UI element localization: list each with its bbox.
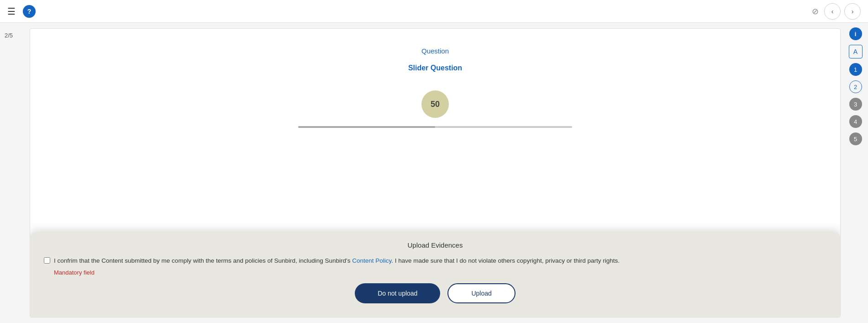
prev-button[interactable]: ‹ bbox=[824, 3, 841, 20]
sidebar-item-1[interactable]: 1 bbox=[849, 63, 862, 76]
right-sidebar: i A 1 2 3 4 5 bbox=[843, 23, 868, 323]
content-panel: Question Slider Question 50 + Files Uplo… bbox=[30, 28, 841, 318]
question-label: Question bbox=[39, 47, 831, 55]
upload-button[interactable]: Upload bbox=[447, 283, 515, 303]
question-section: Question Slider Question 50 bbox=[30, 29, 840, 151]
question-progress: 2/5 bbox=[5, 32, 13, 39]
do-not-upload-button[interactable]: Do not upload bbox=[355, 283, 440, 303]
toolbar-right: ⊘ ‹ › bbox=[810, 3, 861, 20]
sidebar-item-2[interactable]: 2 bbox=[849, 80, 862, 93]
toolbar-left: ☰ ? bbox=[7, 5, 36, 18]
slider-container: 50 bbox=[39, 90, 831, 128]
consent-policy-link[interactable]: Content Policy bbox=[352, 257, 391, 264]
sidebar-item-a[interactable]: A bbox=[849, 45, 863, 58]
hamburger-icon[interactable]: ☰ bbox=[7, 6, 16, 17]
slider-track-fill bbox=[298, 126, 435, 128]
consent-text-before: I confrim that the Content submitted by … bbox=[54, 257, 352, 264]
sidebar-item-3[interactable]: 3 bbox=[849, 98, 862, 111]
slider-question-label: Slider Question bbox=[39, 64, 831, 72]
next-button[interactable]: › bbox=[844, 3, 861, 20]
dialog-buttons: Do not upload Upload bbox=[44, 283, 826, 303]
sidebar-item-4[interactable]: 4 bbox=[849, 115, 862, 128]
consent-row: I confrim that the Content submitted by … bbox=[44, 256, 826, 265]
main-area: 2/5 Question Slider Question 50 + Files … bbox=[0, 23, 868, 323]
mandatory-field-text: Mandatory field bbox=[54, 269, 826, 276]
consent-checkbox[interactable] bbox=[44, 257, 50, 264]
upload-dialog: Upload Evidences I confrim that the Cont… bbox=[30, 232, 840, 317]
consent-text: I confrim that the Content submitted by … bbox=[54, 256, 620, 265]
slider-track[interactable] bbox=[298, 126, 572, 128]
eraser-icon[interactable]: ⊘ bbox=[810, 5, 821, 18]
toolbar: ☰ ? ⊘ ‹ › bbox=[0, 0, 868, 23]
dialog-title: Upload Evidences bbox=[44, 241, 826, 249]
slider-value-bubble: 50 bbox=[421, 90, 449, 118]
sidebar-info-button[interactable]: i bbox=[849, 27, 862, 40]
help-icon[interactable]: ? bbox=[23, 5, 36, 18]
consent-text-after: . I have made sure that I do not violate… bbox=[391, 257, 620, 264]
sidebar-item-5[interactable]: 5 bbox=[849, 132, 862, 145]
